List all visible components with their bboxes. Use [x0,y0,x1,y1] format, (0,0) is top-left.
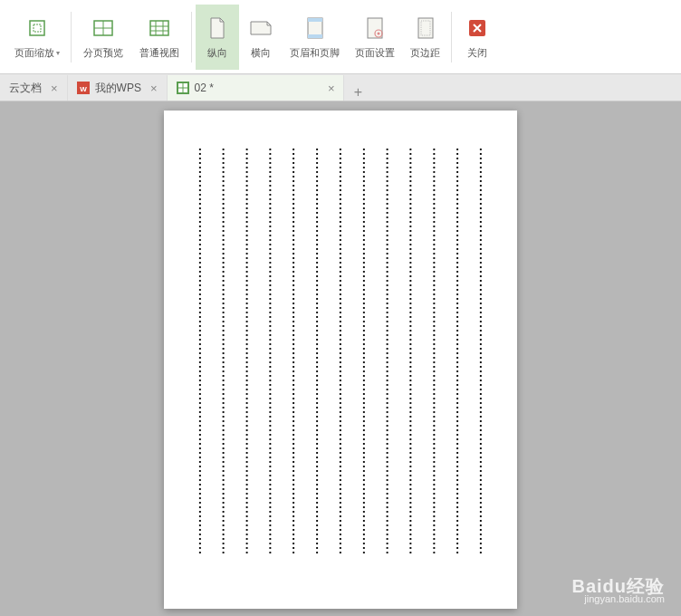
tab-close-icon[interactable]: × [328,82,335,95]
close-icon [463,14,492,43]
zoom-icon [23,14,52,43]
document-content-grid: ■■■■■■■■■■■■■■■■■■■■■■■■■■■■■■■■■■■■■■■■… [191,147,490,554]
svg-point-15 [378,33,380,35]
page-preview-label: 分页预览 [83,46,123,60]
margins-label: 页边距 [410,46,440,60]
header-footer-button[interactable]: 页眉和页脚 [283,5,347,70]
separator [191,12,192,63]
margins-icon [411,14,440,43]
tab-close-icon[interactable]: × [51,82,58,95]
margins-button[interactable]: 页边距 [403,5,447,70]
portrait-button[interactable]: 纵向 [196,5,239,70]
normal-view-button[interactable]: 普通视图 [131,5,187,70]
portrait-icon [203,14,232,43]
svg-rect-12 [308,34,322,38]
page-setup-icon [360,14,389,43]
landscape-label: 横向 [251,46,271,60]
print-preview-canvas[interactable]: ■■■■■■■■■■■■■■■■■■■■■■■■■■■■■■■■■■■■■■■■… [0,101,681,616]
zoom-label: 页面缩放 [14,46,54,60]
close-button[interactable]: 关闭 [456,5,499,70]
page-setup-label: 页面设置 [355,46,395,60]
tab-close-icon[interactable]: × [150,82,158,95]
portrait-label: 纵向 [207,46,227,60]
close-label: 关闭 [467,46,487,60]
tab-label: 02 * [195,82,214,94]
tab-label: 云文档 [9,81,42,96]
header-footer-icon [301,14,330,43]
spreadsheet-icon [177,82,189,94]
preview-page: ■■■■■■■■■■■■■■■■■■■■■■■■■■■■■■■■■■■■■■■■… [164,111,517,609]
landscape-button[interactable]: 横向 [239,5,283,70]
document-tabs: 云文档 × W 我的WPS × 02 * × + [0,74,681,101]
add-tab-button[interactable]: + [344,84,371,101]
page-preview-icon [89,14,118,43]
header-footer-label: 页眉和页脚 [290,46,340,60]
zoom-button[interactable]: 页面缩放▾ [7,5,67,70]
landscape-icon [246,14,275,43]
tab-document-02[interactable]: 02 * × [168,75,345,101]
svg-rect-1 [34,24,41,32]
svg-rect-5 [150,21,168,35]
page-setup-button[interactable]: 页面设置 [347,5,403,70]
svg-rect-11 [308,18,322,22]
tab-cloud-docs[interactable]: 云文档 × [0,75,68,101]
svg-rect-0 [30,21,44,35]
separator [451,12,452,63]
normal-view-label: 普通视图 [139,46,179,60]
normal-view-icon [145,14,174,43]
ribbon-toolbar: 页面缩放▾ 分页预览 普通视图 纵向 横向 页眉和页脚 页面设置 [0,0,681,74]
wps-icon: W [77,82,90,94]
dropdown-icon: ▾ [56,49,60,57]
page-preview-button[interactable]: 分页预览 [75,5,131,70]
svg-text:W: W [80,85,87,93]
tab-label: 我的WPS [95,81,141,96]
separator [71,12,72,63]
tab-my-wps[interactable]: W 我的WPS × [68,75,168,101]
